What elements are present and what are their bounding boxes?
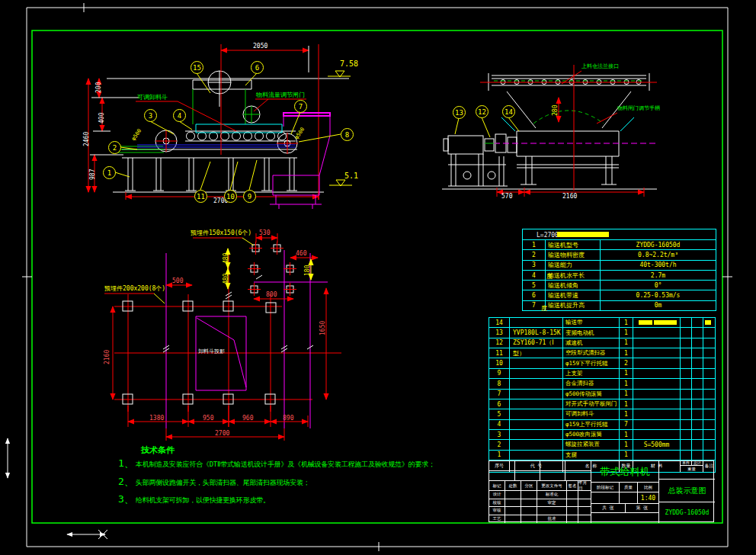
part-qty: 7 [620,420,633,429]
param-row: 6输送机带速0.25-0.53m/s [523,290,716,300]
param-name-wrap-char: 度 [546,274,553,280]
part-material [633,390,681,399]
part-name: 上支架 [563,369,620,378]
title-block-middle: 带式给料机 阶段标记 质量 比例 1:40 共 张 第 张 [591,461,659,523]
label-weight: 质量 [620,483,638,492]
param-name: 输送机带速 [546,290,601,300]
parts-row: 1支腿1 [489,451,715,460]
part-code [510,318,563,327]
part-note [703,369,715,378]
part-material [633,358,681,367]
part-name: 空段犁式清扫器 [563,348,620,358]
part-code [510,399,563,409]
redaction-bar [705,320,711,325]
part-no: 2 [489,440,510,449]
label-date: 年月日 [578,481,591,490]
part-name: 输送带 [563,318,620,327]
highlight-bar [557,232,609,237]
parts-row: 8合金清扫器1 [489,379,715,389]
title-block-signatures: 标记 处数 分区 更改文件号 签名 年月日 设计标准化 校核审定 审核 工艺批准 [489,461,591,523]
part-material [633,338,681,348]
dim-plan-480a: 480 [223,253,229,264]
elevation-bottom: 5.1 [344,172,358,180]
part-note [703,430,715,439]
part-qty: 1 [620,399,633,409]
part-material [633,369,681,378]
part-code [510,420,563,429]
balloon-3: 3 [144,109,157,122]
label-count: 处数 [505,481,521,490]
part-name: φ159上平行托辊 [563,420,620,429]
part-code [510,409,563,419]
parameter-table: L=2700 1输送机型号ZYDDG-16050d 2输送物料密度0.8~2.2… [522,229,716,311]
scale-value: 1:40 [638,492,658,503]
dim-plan-2700: 2700 [215,431,229,437]
part-code [510,451,563,460]
part-qty: 1 [620,328,633,337]
part-total-wt [692,369,703,378]
dim-front-987: 987 [90,169,96,180]
part-unit-wt [681,409,692,419]
label-total-sheets: 共 张 [591,504,626,512]
front-view-art [88,44,352,209]
param-no: 5 [523,281,546,290]
balloon-8: 8 [341,128,354,141]
part-total-wt [692,451,703,460]
label-scale: 比例 [638,483,658,492]
part-total-wt [692,440,703,449]
parts-row: 7φ500传动滚筒1 [489,390,715,399]
param-value: 2.7m [601,271,716,280]
parts-row: 13YVP180L-8-15K变频电动机1 [489,328,715,338]
dim-plan-180: 180 [305,265,311,276]
param-name: 输送能力 [546,261,601,270]
part-no: 11 [489,348,510,358]
param-row: 2输送物料密度0.8~2.2t/m³ [523,250,716,260]
label-review: 审核 [489,507,505,515]
part-qty: 1 [620,369,633,378]
part-qty: 1 [620,379,633,388]
label-standardization: 标准化 [537,491,567,499]
param-row: 1输送机型号ZYDDG-16050d [523,240,716,250]
note-text: 本机制造及安装应符合《DTⅡ带式输送机设计手册》及《机械设备安装工程施工及验收规… [136,460,435,470]
part-note [703,451,715,460]
dim-plan-2160: 2160 [104,350,111,364]
part-note [703,338,715,348]
part-unit-wt [681,379,692,388]
dim-plan-480b: 480 [223,274,229,284]
part-material [633,348,681,358]
part-note [703,318,715,327]
label-gate-handle: 物料闸门调节手柄 [617,106,660,111]
part-name: 合金清扫器 [563,379,620,388]
param-no: 1 [523,240,546,249]
part-unit-wt [681,369,692,378]
part-code [510,440,563,449]
part-total-wt [692,430,703,439]
part-qty: 1 [620,409,633,419]
part-qty: 1 [620,318,633,327]
param-row: 3输送能力40t-300t/h [523,261,716,271]
parts-row: 10φ159下平行托辊2 [489,358,715,368]
label-craft: 工艺 [489,515,505,523]
dim-front-top-width: 2050 [253,43,267,50]
note-number: 3、 [118,492,134,506]
part-total-wt [692,379,703,388]
part-material: S=500mm [633,440,681,449]
part-unit-wt [681,420,692,429]
dim-plan-960: 960 [242,415,253,422]
note-text: 头部两侧设跑偏开关，头部清扫器、尾部清扫器现场安装； [136,478,310,488]
balloon-14: 14 [502,105,515,118]
param-name: 输送机型号 [546,240,601,249]
part-unit-wt [681,399,692,409]
dim-plan-460: 460 [296,251,306,257]
dim-front-200: 200 [96,82,102,93]
part-code: 型） [510,348,563,358]
part-note [703,379,715,388]
dim-plan-890: 890 [283,415,293,422]
part-total-wt [692,338,703,348]
parts-row: 3φ500改向滚筒1 [489,430,715,440]
part-material [633,379,681,388]
parameter-table-title-row: L=2700 [523,229,716,240]
part-code [510,379,563,388]
param-no: 3 [523,261,546,270]
view-title: 总装示意图 [659,480,715,502]
